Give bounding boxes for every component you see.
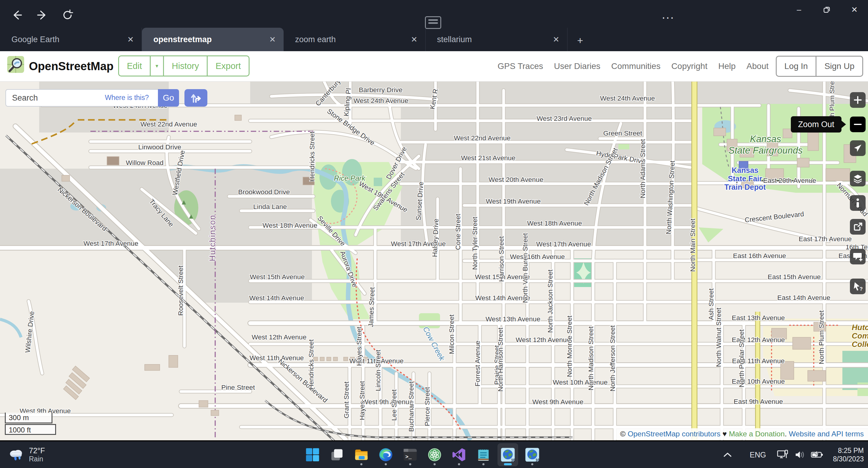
svg-text:Hutchinson: Hutchinson: [852, 323, 868, 332]
restore-button[interactable]: [813, 0, 840, 19]
edit-dropdown-icon[interactable]: ▾: [151, 56, 164, 76]
scale-control: 300 m 1000 ft: [5, 412, 56, 435]
header-link-help[interactable]: Help: [718, 61, 736, 71]
query-features-button[interactable]: ?: [850, 278, 866, 294]
tray-overflow-icon[interactable]: [723, 452, 732, 458]
svg-text:West 9th Avenue: West 9th Avenue: [362, 398, 413, 406]
tab-close-icon[interactable]: ✕: [408, 34, 420, 45]
svg-text:East 17th Avenue: East 17th Avenue: [799, 235, 852, 243]
layers-button[interactable]: [850, 171, 866, 187]
svg-text:Forrest Avenue: Forrest Avenue: [474, 341, 481, 387]
taskbar-app-edge-icon[interactable]: [376, 444, 396, 466]
taskbar-app-start-icon[interactable]: [303, 444, 322, 466]
svg-text:Linwood Drive: Linwood Drive: [138, 143, 181, 151]
tab-strip-handle-icon[interactable]: [425, 16, 441, 29]
svg-text:North Poplar Street: North Poplar Street: [738, 329, 745, 387]
header-link-about[interactable]: About: [747, 61, 769, 71]
zoom-in-button[interactable]: [850, 92, 866, 108]
browser-tab[interactable]: zoom earth✕: [284, 28, 426, 51]
search-bar: Where is this? Go: [5, 89, 207, 107]
where-is-this-link[interactable]: Where is this?: [105, 94, 149, 102]
taskbar-app-notepad-icon[interactable]: [473, 444, 493, 466]
login-button[interactable]: Log In: [777, 57, 817, 76]
svg-text:Pierce Street: Pierce Street: [424, 387, 431, 426]
taskbar-apps: >_1010: [303, 441, 542, 468]
share-button[interactable]: [850, 219, 866, 235]
tab-close-icon[interactable]: ✕: [125, 34, 136, 45]
zoom-out-button[interactable]: [850, 116, 866, 132]
svg-text:West 9th Avenue: West 9th Avenue: [532, 398, 583, 406]
header-link-copyright[interactable]: Copyright: [671, 61, 707, 71]
map-key-button[interactable]: [850, 195, 866, 211]
svg-text:Roosevelt Street: Roosevelt Street: [177, 265, 184, 315]
clock[interactable]: 8:25 PM 8/30/2023: [833, 446, 864, 463]
taskbar-app-file-explorer-icon[interactable]: [351, 444, 371, 466]
minimize-button[interactable]: –: [785, 0, 812, 19]
header-link-gps-traces[interactable]: GPS Traces: [498, 61, 543, 71]
svg-text:West 23rd Avenue: West 23rd Avenue: [536, 115, 592, 122]
add-note-button[interactable]: [850, 249, 866, 264]
svg-text:North Tyler Street: North Tyler Street: [471, 216, 478, 270]
directions-icon: [189, 91, 203, 104]
svg-text:James Street: James Street: [367, 287, 376, 327]
battery-charging-icon[interactable]: [811, 451, 824, 459]
svg-text:West 14th Avenue: West 14th Avenue: [249, 294, 304, 302]
app-badge: 10: [511, 458, 515, 462]
reload-icon[interactable]: [59, 7, 76, 24]
svg-text:East 15th Avenue: East 15th Avenue: [768, 273, 821, 281]
browser-menu-icon[interactable]: ...: [662, 8, 675, 22]
svg-text:Community: Community: [852, 331, 868, 340]
browser-tab[interactable]: Google Earth✕: [0, 28, 142, 51]
svg-text:Ash Street: Ash Street: [707, 288, 715, 320]
taskbar-app-terminal-icon[interactable]: >_: [400, 444, 420, 466]
weather-temp: 72°F: [29, 446, 45, 455]
app-badge: 10: [535, 458, 539, 462]
svg-text:College: College: [852, 340, 868, 349]
close-window-button[interactable]: ✕: [841, 0, 868, 19]
osm-logo-icon: [7, 56, 25, 73]
svg-text:West 13th Avenue: West 13th Avenue: [486, 315, 540, 323]
taskbar-app-earth-viewer-icon[interactable]: 10: [498, 444, 518, 466]
svg-text:East 20th Avenue: East 20th Avenue: [763, 177, 816, 184]
back-icon[interactable]: [8, 7, 25, 24]
taskbar-app-visual-studio-icon[interactable]: [449, 444, 469, 466]
svg-text:East 16th Avenue: East 16th Avenue: [733, 252, 786, 260]
taskbar-app-task-view-icon[interactable]: [327, 444, 347, 466]
attribution-link[interactable]: Make a Donation: [729, 430, 784, 438]
svg-text:North Walnut Street: North Walnut Street: [715, 307, 722, 367]
svg-text:North Van Buren Street: North Van Buren Street: [521, 233, 529, 303]
language-indicator[interactable]: ENG: [749, 450, 766, 459]
running-indicator: [361, 463, 363, 465]
go-button[interactable]: Go: [158, 89, 179, 107]
attribution-text: ©: [620, 430, 628, 438]
map-attribution: © OpenStreetMap contributors ♥ Make a Do…: [616, 428, 868, 440]
taskbar-weather-widget[interactable]: 72°F Rain: [7, 441, 45, 468]
history-button[interactable]: History: [164, 56, 208, 76]
active-indicator: [504, 463, 512, 465]
browser-tab[interactable]: stellarium✕: [426, 28, 567, 51]
browser-tab[interactable]: openstreetmap✕: [142, 28, 284, 51]
volume-icon[interactable]: [795, 450, 805, 459]
locate-button[interactable]: [850, 140, 866, 156]
running-indicator: [458, 463, 460, 465]
forward-icon[interactable]: [34, 7, 51, 24]
edit-button[interactable]: Edit: [119, 56, 151, 76]
taskbar-app-earth-viewer-icon[interactable]: 10: [522, 444, 542, 466]
export-button[interactable]: Export: [208, 56, 249, 76]
attribution-link[interactable]: Website and API terms: [789, 430, 864, 438]
header-link-user-diaries[interactable]: User Diaries: [554, 61, 600, 71]
svg-text:East 13th Avenue: East 13th Avenue: [732, 314, 785, 322]
map-canvas[interactable]: West 24th AvenueWest 24th AvenueWest 24t…: [0, 81, 868, 440]
svg-text:West 24th Avenue: West 24th Avenue: [600, 95, 655, 102]
tab-close-icon[interactable]: ✕: [550, 34, 562, 45]
signup-button[interactable]: Sign Up: [816, 57, 862, 76]
tab-close-icon[interactable]: ✕: [267, 34, 278, 45]
svg-text:Willow Road: Willow Road: [126, 159, 163, 167]
taskbar-app-atom-icon[interactable]: [425, 444, 444, 466]
header-link-communities[interactable]: Communities: [611, 61, 660, 71]
new-tab-button[interactable]: +: [572, 32, 589, 49]
directions-button[interactable]: [184, 89, 207, 107]
running-indicator: [434, 463, 436, 465]
network-icon[interactable]: [777, 449, 789, 460]
attribution-link[interactable]: OpenStreetMap contributors: [627, 430, 720, 438]
